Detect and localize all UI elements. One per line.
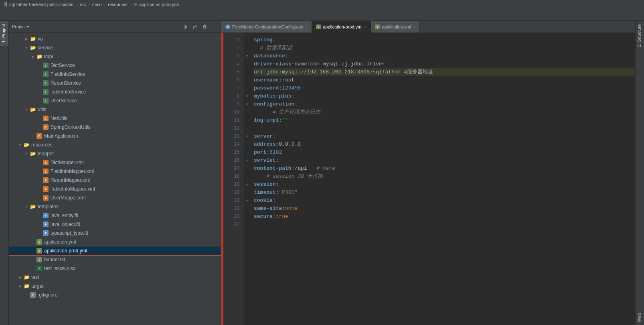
tree-label-java_object.ftl: java_object.ftl (51, 221, 80, 227)
project-side-tab[interactable]: 1: Project (0, 21, 8, 46)
tree-item-mapper[interactable]: ▼📂mapper (9, 149, 221, 158)
tree-arrow-utils: ▼ (23, 106, 30, 113)
structure-side-tab[interactable]: Z: Structure (636, 21, 644, 50)
tree-item-TableInfoMapper.xml[interactable]: XTableInfoMapper.xml (9, 185, 221, 193)
tree-item-.gitignore[interactable]: T.gitignore (9, 290, 221, 299)
gutter-3[interactable]: ▼ (243, 52, 251, 60)
tree-arrow-UserMapper.xml (36, 195, 43, 201)
code-line-2: # 数据库配置 (254, 44, 635, 52)
tree-arrow-ReportMapper.xml (36, 177, 43, 183)
code-line-23: secure: true (254, 213, 635, 221)
line-number-18: 18 (223, 173, 240, 181)
gutter-13[interactable]: ▼ (243, 132, 251, 140)
sidebar-minimize-btn[interactable]: — (211, 23, 218, 30)
gutter-22 (243, 205, 251, 213)
line-number-15: 15 (223, 148, 240, 156)
tree-item-utils[interactable]: ▼📂utils (9, 105, 221, 114)
tree-arrow-TableInfoMapper.xml (36, 186, 43, 192)
tab-icon-freemarker: C (225, 24, 230, 29)
tree-item-ReportMapper.xml[interactable]: XReportMapper.xml (9, 176, 221, 185)
tree-item-vo[interactable]: ▶📁vo (9, 35, 221, 43)
gutter-21[interactable]: ▼ (243, 197, 251, 205)
sidebar-add-btn[interactable]: ⊕ (182, 23, 189, 30)
tree-item-DictMapper.xml[interactable]: XDictMapper.xml (9, 158, 221, 167)
tree-item-UserMapper.xml[interactable]: XUserMapper.xml (9, 193, 221, 202)
tab-close-app-prod[interactable]: × (365, 25, 367, 29)
tree-item-application.yml[interactable]: Yapplication.yml (9, 238, 221, 246)
tree-label-DictMapper.xml: DictMapper.xml (51, 160, 84, 165)
tree-item-test_excel.xlsx[interactable]: Xtest_excel.xlsx (9, 264, 221, 273)
code-line-20: timeout: "P30D" (254, 189, 635, 197)
tab-freemarker[interactable]: CFreeMarkerConfigurationConfig.java× (221, 21, 312, 32)
tree-icon-vo: 📁 (30, 36, 36, 42)
tree-item-target[interactable]: ▶📁target (9, 282, 221, 290)
gutter-16[interactable]: ▼ (243, 156, 251, 165)
code-line-4: driver-class-name: com.mysql.cj.jdbc.Dri… (254, 60, 635, 68)
tree-item-templates[interactable]: ▼📂templates (9, 202, 221, 211)
title-bar: 🗄 sql-father-backend-public-master › src… (0, 0, 644, 9)
tree-item-typescript_type.ftl[interactable]: Ftypescript_type.ftl (9, 229, 221, 238)
code-line-14: address: 0.0.0.0 (254, 140, 635, 148)
code-line-7: password: 123456 (254, 84, 635, 92)
tree-item-java_entity.ftl[interactable]: Fjava_entity.ftl (9, 211, 221, 220)
tree-item-banner.txt[interactable]: Tbanner.txt (9, 255, 221, 264)
tree-icon-TableInfoMapper.xml: X (43, 186, 49, 192)
code-line-18: # session 30 天过期 (254, 173, 635, 181)
tree-item-MainApplication[interactable]: CMainApplication (9, 132, 221, 140)
tab-close-freemarker[interactable]: × (305, 25, 308, 29)
tree-item-SpringContextUtils[interactable]: CSpringContextUtils (9, 123, 221, 132)
tree-label-ReportService: ReportService (51, 80, 81, 86)
tree-item-test[interactable]: ▶📁test (9, 273, 221, 282)
code-line-15: port: 8102 (254, 148, 635, 156)
tree-item-FieldInfoMapper.xml[interactable]: XFieldInfoMapper.xml (9, 167, 221, 176)
tree-label-TableInfoMapper.xml: TableInfoMapper.xml (51, 186, 95, 192)
code-line-13: server: (254, 132, 635, 140)
code-line-10: # 生产环境关闭日志 (254, 108, 635, 116)
tree-icon-DictMapper.xml: X (43, 159, 49, 166)
web-side-tab[interactable]: Web (636, 310, 644, 325)
path-resources: resources (108, 2, 127, 7)
tab-icon-app: Y (375, 24, 380, 29)
line-number-11: 11 (223, 116, 240, 124)
line-number-14: 14 (223, 140, 240, 148)
tree-item-resources[interactable]: ▼📂resources (9, 140, 221, 149)
tree-icon-FieldInfoService: I (43, 71, 49, 77)
editor-content: 123456789101112131415161718192021222324 … (221, 33, 635, 325)
line-number-9: 9 (223, 100, 240, 108)
tab-app-prod[interactable]: Yapplication-prod.yml× (312, 21, 371, 32)
gutter-9[interactable]: ▼ (243, 100, 251, 108)
tree-item-ReportService[interactable]: IReportService (9, 79, 221, 87)
line-number-22: 22 (223, 205, 240, 213)
tree-item-application-prod.yml[interactable]: Yapplication-prod.yml (9, 246, 221, 255)
tree-icon-FieldInfoMapper.xml: X (43, 168, 49, 175)
tree-item-DictService[interactable]: IDictService (9, 61, 221, 70)
code-line-21: cookie: (254, 197, 635, 205)
project-name: sql-father-backend-public-master (9, 2, 74, 7)
tree-arrow-mapper: ▼ (23, 150, 30, 157)
tree-label-target: target (31, 283, 44, 289)
sidebar-settings-btn[interactable]: ⚙ (201, 23, 208, 30)
tree-item-impl[interactable]: ▶📁impl (9, 52, 221, 61)
code-editor[interactable]: spring: # 数据库配置 datasource: driver-class… (251, 33, 635, 325)
tree-arrow-service: ▼ (23, 45, 30, 51)
tab-close-app[interactable]: × (413, 25, 415, 29)
tab-app[interactable]: Yapplication.yml× (371, 21, 420, 32)
gutter-8[interactable]: ▼ (243, 92, 251, 100)
code-line-22: same-site: none (254, 205, 635, 213)
tree-item-TableInfoService[interactable]: ITableInfoService (9, 87, 221, 96)
tree-item-java_object.ftl[interactable]: Fjava_object.ftl (9, 220, 221, 229)
gutter-19[interactable]: ▼ (243, 181, 251, 189)
gutter-5 (243, 68, 251, 76)
tree-label-banner.txt: banner.txt (44, 257, 65, 262)
sidebar-sync-btn[interactable]: ⇄ (191, 23, 198, 30)
tree-label-typescript_type.ftl: typescript_type.ftl (51, 230, 88, 236)
tree-item-service[interactable]: ▼📂service (9, 43, 221, 52)
line-number-5: 5 (223, 68, 240, 76)
tree-icon-mapper: 📂 (30, 150, 36, 157)
tree-item-FieldInfoService[interactable]: IFieldInfoService (9, 70, 221, 79)
tree-item-UserService[interactable]: IUserService (9, 96, 221, 105)
tree-label-.gitignore: .gitignore (38, 292, 57, 298)
tree-item-NetUtils[interactable]: CNetUtils (9, 114, 221, 123)
tree-icon-test: 📁 (23, 274, 30, 280)
tree-icon-UserMapper.xml: X (43, 195, 49, 201)
